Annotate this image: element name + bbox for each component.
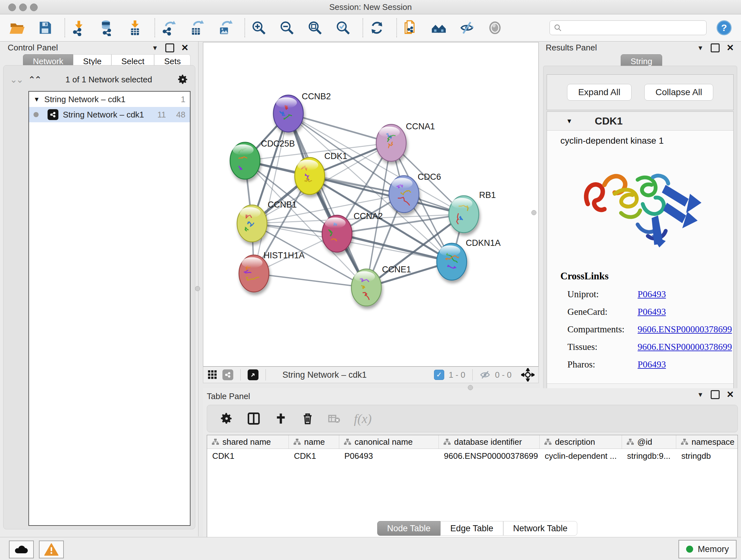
network-edge[interactable]: [254, 114, 288, 273]
collapse-all-icon[interactable]: ⌄⌄: [10, 74, 22, 85]
hide-panel-icon[interactable]: [458, 19, 475, 37]
node-label-CCNA1: CCNA1: [406, 122, 435, 131]
crosslink-link[interactable]: P06493: [637, 359, 666, 370]
help-icon[interactable]: ?: [716, 19, 733, 37]
network-collection-label: String Network – cdk1: [44, 95, 177, 105]
search-box[interactable]: [549, 20, 706, 35]
network-node-HIST1H1A[interactable]: [239, 255, 269, 292]
table-cell[interactable]: CDK1: [289, 451, 339, 461]
memory-button[interactable]: Memory: [678, 540, 737, 558]
selected-nodes-checkbox[interactable]: ✓: [434, 370, 444, 380]
grid-view-icon[interactable]: [207, 369, 218, 380]
collapse-panel-icon[interactable]: ▼: [697, 44, 704, 52]
network-node-CCNB1[interactable]: [237, 205, 267, 242]
table-cell[interactable]: stringdb:9...: [622, 451, 676, 461]
network-tree-row[interactable]: ▼String Network – cdk11: [29, 91, 190, 107]
export-network-icon[interactable]: [160, 19, 178, 37]
close-panel-icon[interactable]: ✕: [727, 391, 734, 398]
open-in-window-icon[interactable]: [248, 369, 259, 380]
network-node-CDK1[interactable]: [294, 158, 325, 194]
column-header-namespace[interactable]: namespace: [676, 435, 738, 449]
column-header-database-identifier[interactable]: database identifier: [439, 435, 540, 449]
network-tree-row[interactable]: String Network – cdk11148: [29, 107, 190, 122]
refresh-icon[interactable]: [368, 19, 386, 37]
column-header-name[interactable]: name: [289, 435, 339, 449]
network-node-CDKN1A[interactable]: [437, 243, 467, 280]
collapse-panel-icon[interactable]: ▼: [152, 44, 158, 52]
float-panel-icon[interactable]: [711, 390, 720, 399]
network-edge[interactable]: [288, 114, 367, 288]
import-table-icon[interactable]: [126, 19, 144, 37]
network-node-CCNA2[interactable]: [322, 215, 352, 252]
column-header--id[interactable]: @id: [622, 435, 676, 449]
delete-column-icon[interactable]: [301, 412, 314, 425]
table-cell[interactable]: CDK1: [207, 451, 289, 461]
zoom-in-icon[interactable]: [250, 19, 267, 37]
expand-all-icon[interactable]: ⌃⌃: [28, 74, 41, 85]
network-node-CCNB2[interactable]: [273, 95, 304, 132]
column-header-canonical-name[interactable]: canonical name: [339, 435, 439, 449]
warning-status-button[interactable]: [39, 541, 64, 558]
export-image-icon[interactable]: [216, 19, 233, 37]
home-icon[interactable]: [430, 19, 448, 37]
crosslink-link[interactable]: P06493: [637, 307, 666, 317]
search-input[interactable]: [564, 23, 702, 33]
open-session-icon[interactable]: [8, 19, 25, 37]
horizontal-splitter-handle[interactable]: [468, 385, 473, 390]
network-selection-status: 1 of 1 Network selected: [41, 75, 177, 84]
network-node-RB1[interactable]: [449, 196, 479, 233]
tab-edge-table[interactable]: Edge Table: [441, 521, 503, 536]
vertical-splitter-handle[interactable]: [531, 210, 536, 215]
crosslink-link[interactable]: P06493: [637, 289, 666, 300]
column-header-description[interactable]: description: [540, 435, 622, 449]
crosslink-link[interactable]: 9606.ENSP00000378699: [637, 324, 732, 334]
import-network-from-database-icon[interactable]: [98, 19, 116, 37]
fit-content-icon[interactable]: [521, 368, 535, 381]
table-cell[interactable]: stringdb: [676, 451, 738, 461]
network-node-CDC6[interactable]: [389, 176, 419, 212]
birdseye-view-icon[interactable]: [222, 369, 233, 380]
export-table-icon[interactable]: [188, 19, 205, 37]
table-cell[interactable]: cyclin-dependent ...: [540, 451, 622, 461]
column-type-icon: [626, 438, 634, 446]
gear-icon[interactable]: [177, 74, 189, 85]
float-panel-icon[interactable]: [165, 44, 174, 52]
table-row[interactable]: CDK1CDK1P064939606.ENSP00000378699cyclin…: [207, 449, 738, 463]
zoom-fit-icon[interactable]: [307, 19, 324, 37]
import-network-icon[interactable]: [70, 19, 87, 37]
zoom-selected-icon[interactable]: [334, 19, 352, 37]
network-edge[interactable]: [288, 114, 391, 143]
string-results-container: Expand All Collapse All ▼ CDK1 cyclin-de…: [543, 66, 737, 393]
float-panel-icon[interactable]: [711, 44, 720, 52]
annotation-icon[interactable]: [402, 19, 419, 37]
crosslink-link[interactable]: 9606.ENSP00000378699: [637, 341, 732, 352]
table-cell[interactable]: P06493: [339, 451, 439, 461]
cloud-status-button[interactable]: [9, 541, 34, 558]
tab-network-table[interactable]: Network Table: [503, 521, 578, 536]
tab-node-table[interactable]: Node Table: [377, 521, 441, 536]
zoom-out-icon[interactable]: [278, 19, 295, 37]
collapse-all-button[interactable]: Collapse All: [644, 84, 713, 101]
collapse-tree-icon[interactable]: ▼: [33, 96, 40, 103]
collapse-panel-icon[interactable]: ▼: [697, 391, 704, 398]
column-header-shared-name[interactable]: shared name: [207, 435, 289, 449]
close-panel-icon[interactable]: ✕: [181, 44, 189, 51]
network-edge[interactable]: [254, 273, 366, 288]
table-cell[interactable]: 9606.ENSP00000378699: [439, 451, 540, 461]
network-node-CDC25B[interactable]: [230, 142, 260, 179]
column-header-label: @id: [637, 437, 652, 447]
add-column-icon[interactable]: [274, 412, 287, 425]
show-columns-icon[interactable]: [247, 412, 261, 426]
table-settings-gear-icon[interactable]: [220, 412, 233, 425]
toolbar-separator: [154, 18, 155, 37]
vertical-splitter-handle[interactable]: [195, 286, 200, 291]
collapse-section-icon[interactable]: ▼: [566, 118, 572, 125]
close-panel-icon[interactable]: ✕: [727, 44, 734, 51]
save-session-icon[interactable]: [37, 19, 54, 37]
expand-all-button[interactable]: Expand All: [567, 84, 631, 101]
cloud-icon: [14, 544, 29, 555]
network-canvas[interactable]: CCNB2CCNA1CDC25BCDK1CDC6RB1CCNB1CCNA2CDK…: [203, 42, 539, 367]
network-node-CCNE1[interactable]: [351, 269, 381, 306]
network-node-CCNA1[interactable]: [376, 124, 406, 161]
presentation-icon[interactable]: [486, 19, 503, 37]
